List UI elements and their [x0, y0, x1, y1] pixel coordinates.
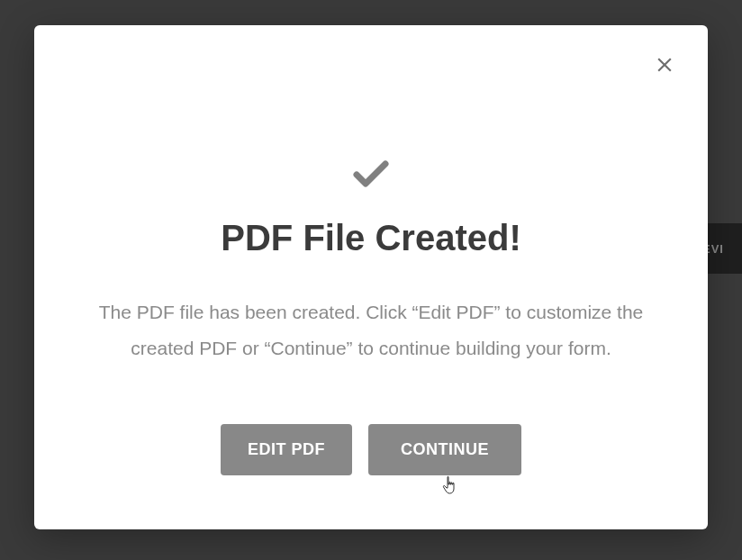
continue-button[interactable]: CONTINUE: [368, 424, 521, 475]
modal-dialog: PDF File Created! The PDF file has been …: [34, 25, 708, 529]
edit-pdf-button[interactable]: EDIT PDF: [221, 424, 352, 475]
check-icon: [77, 160, 665, 189]
modal-title: PDF File Created!: [77, 218, 665, 258]
button-row: EDIT PDF CONTINUE: [77, 424, 665, 475]
modal-description: The PDF file has been created. Click “Ed…: [77, 294, 665, 366]
close-icon: [653, 53, 676, 77]
close-button[interactable]: [650, 50, 679, 79]
